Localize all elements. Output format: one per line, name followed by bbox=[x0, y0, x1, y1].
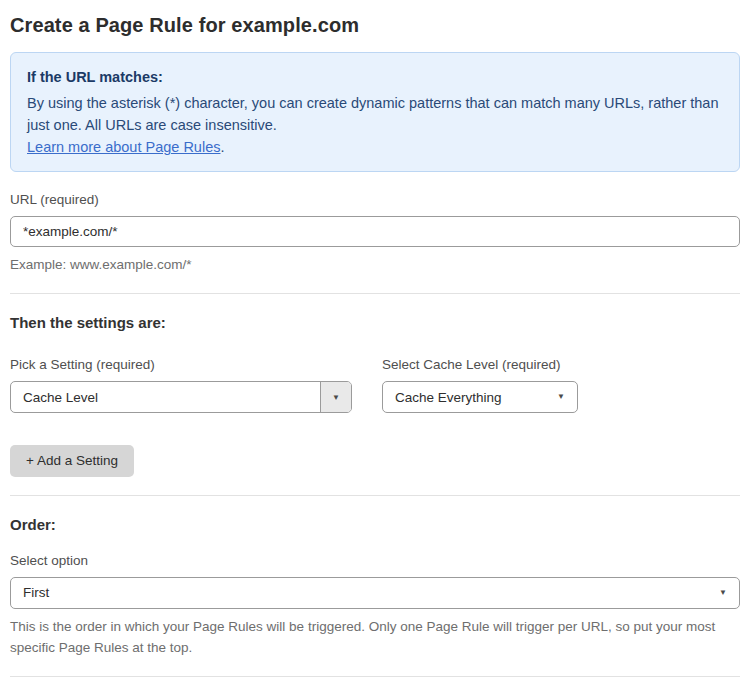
chevron-down-icon: ▼ bbox=[545, 393, 577, 401]
order-select-label: Select option bbox=[10, 553, 740, 568]
cache-level-column: Select Cache Level (required) Cache Ever… bbox=[382, 335, 578, 413]
order-select-value: First bbox=[11, 585, 707, 600]
pick-setting-column: Pick a Setting (required) Cache Level ▼ bbox=[10, 335, 352, 413]
cache-level-value: Cache Everything bbox=[383, 390, 545, 405]
divider bbox=[10, 676, 740, 677]
link-period: . bbox=[220, 139, 224, 155]
info-box-body: By using the asterisk (*) character, you… bbox=[27, 92, 723, 136]
cache-level-label: Select Cache Level (required) bbox=[382, 357, 578, 372]
url-match-info-box: If the URL matches: By using the asteris… bbox=[10, 52, 740, 172]
info-box-heading: If the URL matches: bbox=[27, 66, 723, 88]
divider bbox=[10, 495, 740, 496]
pick-setting-dropdown[interactable]: Cache Level ▼ bbox=[10, 381, 352, 413]
settings-section-heading: Then the settings are: bbox=[10, 314, 740, 331]
page-rule-form: Create a Page Rule for example.com If th… bbox=[0, 0, 750, 691]
chevron-down-icon: ▼ bbox=[707, 589, 739, 597]
order-select-dropdown[interactable]: First ▼ bbox=[10, 577, 740, 609]
info-box-link-line: Learn more about Page Rules. bbox=[27, 136, 723, 158]
page-title: Create a Page Rule for example.com bbox=[10, 14, 740, 37]
chevron-down-icon[interactable]: ▼ bbox=[320, 382, 351, 412]
learn-more-link[interactable]: Learn more about Page Rules bbox=[27, 139, 220, 155]
settings-row: Pick a Setting (required) Cache Level ▼ … bbox=[10, 335, 740, 413]
cache-level-dropdown[interactable]: Cache Everything ▼ bbox=[382, 381, 578, 413]
order-section-heading: Order: bbox=[10, 516, 740, 533]
url-input[interactable] bbox=[10, 216, 740, 247]
add-setting-button[interactable]: + Add a Setting bbox=[10, 445, 134, 477]
url-example-help: Example: www.example.com/* bbox=[10, 254, 740, 275]
pick-setting-value: Cache Level bbox=[11, 390, 320, 405]
divider bbox=[10, 293, 740, 294]
pick-setting-label: Pick a Setting (required) bbox=[10, 357, 352, 372]
order-help-text: This is the order in which your Page Rul… bbox=[10, 616, 740, 658]
url-field-label: URL (required) bbox=[10, 192, 740, 207]
